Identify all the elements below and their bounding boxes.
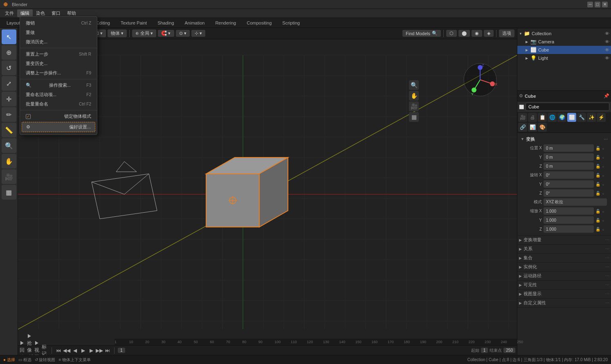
solid-btn[interactable]: ⬤ bbox=[458, 30, 470, 37]
menu-file[interactable]: 文件 bbox=[2, 9, 17, 17]
marker-menu[interactable]: 标记 bbox=[42, 347, 48, 354]
ctx-lock-mode[interactable]: ✓ 锁定物体模式 bbox=[20, 112, 97, 121]
rotation-y-value[interactable]: 0° bbox=[544, 180, 594, 188]
current-frame[interactable]: 1 bbox=[118, 348, 125, 353]
section-transform-delta[interactable]: ▶ 变换增量 ⋯ bbox=[517, 236, 611, 245]
annotate-tool[interactable]: ✏ bbox=[2, 107, 16, 122]
jump-end[interactable]: ⏭ bbox=[104, 347, 111, 354]
rotation-z-value[interactable]: 0° bbox=[544, 189, 594, 197]
prop-tab-object[interactable]: ⬜ bbox=[567, 113, 576, 122]
object-name-input[interactable] bbox=[526, 103, 609, 111]
rotate-tool[interactable]: ↺ bbox=[2, 61, 16, 75]
find-models-btn[interactable]: Find Models 🔍 bbox=[402, 30, 441, 37]
transform-pivot[interactable]: ⊹ ▾ bbox=[191, 30, 205, 37]
wireframe-btn[interactable]: ⬡ bbox=[446, 30, 457, 37]
prop-tab-physics[interactable]: ⚡ bbox=[597, 113, 606, 122]
ctx-rename[interactable]: 重命名活动项... F2 bbox=[20, 90, 97, 99]
ctx-undo-history[interactable]: 撤消历史... bbox=[20, 37, 97, 47]
rotation-y-lock[interactable]: 🔓 bbox=[595, 182, 600, 186]
scale-x-value[interactable]: 1.000 bbox=[544, 207, 594, 215]
prop-tab-data[interactable]: 📊 bbox=[528, 123, 537, 132]
tab-texture-paint[interactable]: Texture Paint bbox=[116, 19, 152, 27]
start-frame-input[interactable]: 1 bbox=[481, 348, 488, 353]
ctx-batch-rename[interactable]: 批量重命名 Ctrl F2 bbox=[20, 99, 97, 109]
scale-z-keyframe[interactable]: ⬦ bbox=[602, 227, 607, 231]
prop-tab-view-layer[interactable]: 📋 bbox=[538, 113, 547, 122]
prop-tab-world[interactable]: 🌍 bbox=[557, 113, 566, 122]
tab-rendering[interactable]: Rendering bbox=[210, 19, 241, 27]
collection-visibility[interactable]: 👁 bbox=[605, 31, 609, 36]
jump-start[interactable]: ⏮ bbox=[55, 347, 62, 354]
close-button[interactable]: ✕ bbox=[602, 2, 608, 7]
rotation-z-lock[interactable]: 🔓 bbox=[595, 191, 600, 195]
render-btn[interactable]: ◈ bbox=[484, 30, 494, 37]
play-btn[interactable]: ▶ bbox=[80, 347, 86, 354]
section-visibility[interactable]: ▶ 可见性 ⋯ bbox=[517, 281, 611, 290]
tab-scripting[interactable]: Scripting bbox=[277, 19, 305, 27]
rotation-y-keyframe[interactable]: ⬦ bbox=[602, 182, 607, 186]
rotation-x-keyframe[interactable]: ⬦ bbox=[602, 173, 607, 178]
rotation-z-keyframe[interactable]: ⬦ bbox=[602, 191, 607, 195]
pan-tool[interactable]: ✋ bbox=[2, 154, 16, 169]
ctx-undo[interactable]: 撤销 Ctrl Z bbox=[20, 18, 97, 28]
zoom-tool[interactable]: 🔍 bbox=[2, 138, 16, 153]
rotation-x-value[interactable]: 0° bbox=[544, 171, 594, 179]
proportional-btn[interactable]: ⊙ ▾ bbox=[176, 30, 190, 37]
playback-menu[interactable]: ▶ 回放 bbox=[20, 347, 26, 354]
move-tool[interactable]: ⊕ bbox=[2, 45, 16, 60]
ctx-search[interactable]: 🔍 操作搜索... F3 bbox=[20, 81, 97, 90]
nav-icon-4[interactable]: ▦ bbox=[409, 112, 419, 122]
nav-icon-1[interactable]: 🔍 bbox=[409, 80, 419, 90]
maximize-button[interactable]: □ bbox=[595, 2, 600, 7]
snap-btn[interactable]: 🧲 ▾ bbox=[158, 30, 174, 37]
section-custom-props[interactable]: ▶ 自定义属性 ⋯ bbox=[517, 299, 611, 308]
scale-y-value[interactable]: 1.000 bbox=[544, 216, 594, 224]
next-frame[interactable]: ▶ bbox=[88, 347, 94, 354]
prop-tab-modifier[interactable]: 🔧 bbox=[577, 113, 586, 122]
camera-tool[interactable]: 🎥 bbox=[2, 169, 16, 184]
global-mode[interactable]: ⊕ 全局 ▾ bbox=[132, 29, 156, 37]
section-viewport-display[interactable]: ▶ 视图显示 ⋯ bbox=[517, 290, 611, 299]
prop-header-pin[interactable]: 📌 bbox=[604, 93, 609, 99]
tree-item-camera[interactable]: ▶ 📷 Camera 👁 bbox=[517, 38, 611, 46]
scale-y-lock[interactable]: 🔓 bbox=[595, 218, 600, 222]
tab-shading[interactable]: Shading bbox=[153, 19, 179, 27]
location-x-value[interactable]: 0 m bbox=[544, 144, 594, 152]
location-y-keyframe[interactable]: ⬦ bbox=[602, 155, 607, 160]
nav-icon-2[interactable]: ✋ bbox=[409, 91, 419, 101]
prev-frame[interactable]: ◀ bbox=[72, 347, 78, 354]
location-y-value[interactable]: 0 m bbox=[544, 153, 594, 161]
next-keyframe[interactable]: ▶▶ bbox=[96, 347, 103, 354]
location-z-keyframe[interactable]: ⬦ bbox=[602, 164, 607, 169]
options-btn[interactable]: 选项 bbox=[499, 29, 514, 37]
tab-compositing[interactable]: Compositing bbox=[242, 19, 276, 27]
ctx-adjust-last[interactable]: 调整上一步操作... F9 bbox=[20, 68, 97, 78]
scale-z-lock[interactable]: 🔓 bbox=[595, 227, 600, 231]
rotation-mode-value[interactable]: XYZ 欧拉 bbox=[544, 198, 607, 206]
nav-icon-3[interactable]: 🎥 bbox=[409, 101, 419, 111]
rotation-x-lock[interactable]: 🔓 bbox=[595, 173, 600, 178]
transform-header[interactable]: ▼ 变换 ⋯ bbox=[521, 135, 608, 144]
ctx-redo-last[interactable]: 重置上一步 Shift R bbox=[20, 49, 97, 59]
measure-tool[interactable]: 📏 bbox=[2, 123, 16, 137]
ctx-redo[interactable]: 重做 bbox=[20, 28, 97, 37]
ctx-preferences[interactable]: ⚙ 偏好设置... bbox=[22, 122, 95, 132]
transform-tool[interactable]: ✛ bbox=[2, 92, 16, 106]
location-z-value[interactable]: 0 m bbox=[544, 162, 594, 170]
prop-tab-scene[interactable]: 🌐 bbox=[548, 113, 557, 122]
location-z-lock[interactable]: 🔓 bbox=[595, 164, 600, 169]
prop-tab-render[interactable]: 🎥 bbox=[518, 113, 527, 122]
object-menu[interactable]: 物体 ▾ bbox=[108, 29, 127, 37]
tab-animation[interactable]: Animation bbox=[180, 19, 210, 27]
prop-tab-output[interactable]: 🖨 bbox=[528, 113, 537, 122]
camera-visibility[interactable]: 👁 bbox=[605, 39, 609, 44]
location-x-keyframe[interactable]: ⬦ bbox=[602, 146, 607, 151]
tree-item-light[interactable]: ▶ 💡 Light 👁 bbox=[517, 54, 611, 62]
section-motion-paths[interactable]: ▶ 运动路径 ⋯ bbox=[517, 272, 611, 281]
prop-tab-material[interactable]: 🎨 bbox=[538, 123, 547, 132]
prop-tab-constraints[interactable]: 🔗 bbox=[518, 123, 527, 132]
end-frame-input[interactable]: 250 bbox=[503, 348, 515, 353]
scale-y-keyframe[interactable]: ⬦ bbox=[602, 218, 607, 222]
view-menu[interactable]: ▶ 视图 bbox=[34, 347, 41, 354]
section-instancing[interactable]: ▶ 实例化 ⋯ bbox=[517, 263, 611, 272]
